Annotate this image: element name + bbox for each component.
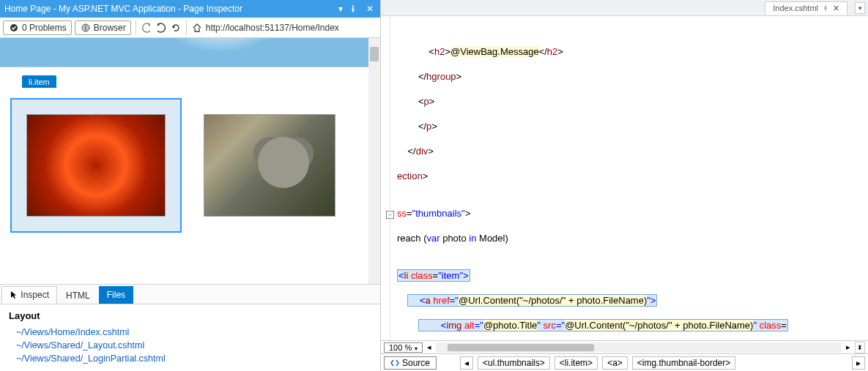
problems-indicator[interactable]: 0 Problems [3, 20, 72, 35]
problems-count: 0 Problems [22, 23, 67, 33]
source-button[interactable]: Source [384, 356, 437, 370]
status-ok-icon [8, 22, 20, 34]
address-bar[interactable]: http://localhost:51137/Home/Index [206, 23, 377, 33]
close-icon[interactable]: ✕ [364, 4, 376, 14]
titlebar: Home Page - My ASP.NET MVC Application -… [0, 0, 380, 18]
page-inspector-pane: Home Page - My ASP.NET MVC Application -… [0, 0, 381, 371]
editor-tab[interactable]: Index.cshtml ✕ [765, 1, 847, 15]
home-icon[interactable] [191, 22, 203, 34]
scroll-left-icon[interactable]: ◂ [427, 342, 431, 352]
editor-status-bar: 100 %▾ ◂ ▸ ⬍ [381, 340, 868, 353]
code-editor-pane: Index.cshtml ✕ ▾ <h2>@ViewBag.Message</h… [381, 0, 868, 371]
layout-file-link[interactable]: ~/Views/Shared/_LoginPartial.cshtml [9, 352, 371, 365]
dropdown-icon[interactable]: ▾ [335, 4, 346, 14]
close-tab-icon[interactable]: ✕ [833, 4, 839, 13]
browser-selector[interactable]: Browser [75, 20, 131, 35]
breadcrumb-next-icon[interactable]: ▸ [852, 356, 865, 370]
tab-overflow-icon[interactable]: ▾ [855, 2, 865, 14]
tab-html[interactable]: HTML [59, 288, 97, 304]
breadcrumb-prev-icon[interactable]: ◂ [460, 356, 473, 370]
window-title: Home Page - My ASP.NET MVC Application -… [4, 4, 332, 14]
photo-flower [26, 114, 166, 217]
globe-icon [80, 22, 92, 34]
photo-koala [204, 114, 335, 217]
tab-files[interactable]: Files [99, 286, 133, 304]
thumbnail-item[interactable] [204, 98, 335, 233]
editor-tab-strip: Index.cshtml ✕ ▾ [381, 0, 868, 16]
browser-toolbar: 0 Problems Browser http://localhost:5113… [0, 18, 380, 38]
tab-inspect[interactable]: Inspect [1, 286, 57, 304]
refresh-icon[interactable] [170, 22, 182, 34]
code-editor[interactable]: <h2>@ViewBag.Message</h2> </hgroup> <p> … [381, 16, 868, 340]
thumbnail-item-selected[interactable] [10, 98, 182, 233]
preview-scrollbar[interactable] [368, 38, 380, 284]
inspected-element-tag[interactable]: li.item [22, 75, 56, 88]
layout-heading: Layout [9, 310, 371, 321]
arrows-icon [390, 359, 399, 367]
layout-file-link[interactable]: ~/Views/Home/Index.cshtml [9, 326, 371, 339]
breadcrumb-item[interactable]: <img.thumbnail-border> [632, 356, 735, 370]
page-header-band [0, 38, 368, 67]
page-preview: li.item [0, 38, 380, 284]
scroll-right-icon[interactable]: ▸ [846, 342, 850, 352]
layout-panel: Layout ~/Views/Home/Index.cshtml ~/Views… [0, 304, 380, 371]
zoom-level[interactable]: 100 %▾ [384, 342, 423, 353]
split-icon[interactable]: ⬍ [855, 342, 865, 353]
breadcrumb-item[interactable]: <li.item> [554, 356, 598, 370]
pin-icon[interactable] [349, 5, 361, 12]
breadcrumb-item[interactable]: <a> [602, 356, 628, 370]
breadcrumb-item[interactable]: <ul.thumbnails> [478, 356, 550, 370]
back-icon[interactable] [141, 22, 152, 34]
inspector-tabs: Inspect HTML Files [0, 284, 380, 304]
layout-file-link[interactable]: ~/Views/Shared/_Layout.cshtml [9, 339, 371, 352]
cursor-icon [10, 291, 18, 299]
html-breadcrumb-bar: Source ◂ <ul.thumbnails> <li.item> <a> <… [381, 353, 868, 371]
horizontal-scrollbar[interactable] [436, 342, 842, 353]
inspected-tag-strip: li.item [0, 67, 368, 88]
pin-small-icon[interactable] [823, 5, 828, 11]
forward-icon[interactable] [155, 22, 167, 34]
